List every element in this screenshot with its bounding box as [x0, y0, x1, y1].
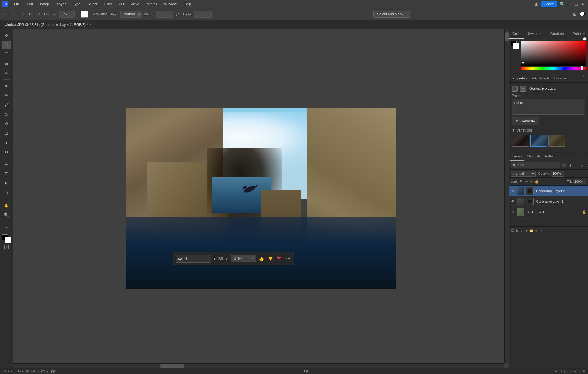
comments-icon[interactable]: 💬	[579, 11, 586, 17]
blend-mode-select[interactable]: Normal	[511, 171, 536, 177]
menu-3d[interactable]: 3D	[118, 1, 125, 7]
filter-pixel-icon[interactable]: ⬛	[562, 163, 567, 167]
tab-adjustments[interactable]: Adjustments	[529, 74, 552, 82]
layers-new-layer-icon[interactable]: +	[535, 229, 537, 233]
horizontal-scrollbar[interactable]	[13, 363, 504, 368]
layers-adjustment-icon[interactable]: ◑	[524, 229, 527, 233]
subtract-selection-icon[interactable]: ⊟	[19, 11, 25, 17]
tab-properties[interactable]: Properties	[510, 74, 529, 82]
generation-prompt-input[interactable]	[176, 255, 211, 263]
lasso-tool[interactable]: ⌒	[2, 50, 11, 59]
menu-view[interactable]: View	[130, 1, 140, 7]
background-color[interactable]	[5, 237, 11, 243]
menu-plugins[interactable]: Plugins	[144, 1, 158, 7]
menu-filter[interactable]: Filter	[103, 1, 114, 7]
status-bar-right-arrow[interactable]: ▶	[306, 369, 309, 373]
layer-visibility-2[interactable]: 👁	[511, 189, 515, 193]
gradient-tool[interactable]: ⬥	[2, 138, 11, 147]
menu-file[interactable]: File	[13, 1, 21, 7]
eyedropper-tool[interactable]: ✒	[2, 82, 11, 90]
clone-stamp-tool[interactable]: S	[2, 110, 11, 119]
shape-tool[interactable]: □	[2, 188, 11, 197]
feather-input[interactable]	[59, 11, 75, 18]
tab-paths[interactable]: Paths	[543, 152, 556, 161]
status-bar-left-arrow[interactable]: ◀	[303, 369, 305, 373]
window-minimize-icon[interactable]: ─	[567, 2, 572, 6]
share-button[interactable]: Share	[541, 1, 557, 7]
layers-mask-icon[interactable]: ○	[520, 229, 522, 233]
layers-panel-menu-icon[interactable]: ≡	[583, 152, 587, 161]
hand-tool[interactable]: ✋	[2, 201, 11, 210]
panel-collapse-icon-1[interactable]: ⊞	[582, 31, 587, 36]
tab-color[interactable]: Color	[509, 29, 524, 39]
status-icon-mask[interactable]: ○	[569, 369, 572, 373]
generation-generate-button[interactable]: ↺ Generate	[231, 255, 256, 262]
layers-kind-search[interactable]: 🔍	[511, 162, 560, 168]
layer-item-generative-1[interactable]: 👁 Generative Layer 1	[509, 196, 588, 207]
marquee-tool[interactable]: ⬚	[2, 41, 11, 49]
brush-tool[interactable]: 🖌	[2, 100, 11, 109]
properties-panel-menu-icon[interactable]: ≡	[583, 74, 587, 82]
menu-help[interactable]: Help	[183, 1, 192, 7]
v-scrollbar-thumb[interactable]	[505, 32, 509, 41]
lock-position-icon[interactable]: ✏	[525, 179, 528, 184]
lock-artboard-icon[interactable]: ➜	[530, 179, 533, 184]
generation-next-button[interactable]: ›	[225, 255, 229, 262]
menu-edit[interactable]: Edit	[26, 1, 34, 7]
filter-adjustment-icon[interactable]: ◑	[568, 163, 572, 167]
layer-visibility-1[interactable]: 👁	[511, 199, 515, 204]
variation-thumb-2[interactable]	[530, 135, 547, 147]
filter-smart-icon[interactable]: ⊙	[585, 163, 588, 167]
status-icon-fx[interactable]: fx	[559, 369, 562, 373]
filter-shape-icon[interactable]: △	[579, 163, 584, 167]
layers-fx-icon[interactable]: fx	[516, 229, 519, 233]
layer-item-generative-2[interactable]: 👁 Generative Layer 2	[509, 186, 588, 196]
pen-tool[interactable]: ✒	[2, 160, 11, 169]
height-input[interactable]	[194, 11, 212, 18]
menu-select[interactable]: Select	[86, 1, 98, 7]
layers-folder-icon[interactable]: 📁	[529, 229, 534, 233]
status-icon-1[interactable]: ↺	[554, 369, 557, 373]
layer-item-background[interactable]: 👁 Background 🔒	[509, 207, 588, 217]
crop-tool[interactable]: ✂	[2, 69, 11, 78]
new-selection-icon[interactable]: ⬚	[2, 11, 9, 17]
color-spectrum[interactable]	[521, 41, 586, 66]
path-selection-tool[interactable]: ↖	[2, 179, 11, 188]
menu-image[interactable]: Image	[39, 1, 51, 7]
status-icon-trash[interactable]: 🗑	[582, 369, 586, 373]
object-selection-tool[interactable]: ⊕	[2, 59, 11, 68]
zoom-tool[interactable]: 🔍	[2, 210, 11, 219]
generation-thumbup-button[interactable]: 👍	[258, 256, 265, 262]
tab-swatches[interactable]: Swatches	[524, 29, 547, 39]
tab-libraries[interactable]: Libraries	[552, 74, 569, 82]
generation-more-button[interactable]: ⋯	[285, 256, 291, 262]
canvas[interactable]: ‹ 2/3 › ↺ Generate 👍 👎 🚩 ⋯	[126, 108, 396, 289]
active-document-tab[interactable]: window.JPG @ 33.3% (Generative Layer 2, …	[1, 20, 95, 29]
tab-gradients[interactable]: Gradients	[547, 29, 569, 39]
fill-input[interactable]	[573, 179, 586, 184]
vertical-scrollbar[interactable]	[504, 29, 509, 363]
tab-close-button[interactable]: ×	[90, 23, 91, 26]
hue-slider[interactable]	[521, 67, 586, 70]
select-mask-button[interactable]: Select and Mask...	[373, 11, 410, 18]
generation-flag-button[interactable]: 🚩	[276, 256, 283, 262]
opacity-input[interactable]	[551, 171, 564, 177]
type-tool[interactable]: T	[2, 169, 11, 178]
variations-header[interactable]: ▼ Variations	[512, 128, 585, 132]
status-icon-plus[interactable]: +	[578, 369, 580, 373]
layers-kind-input[interactable]	[517, 163, 558, 167]
variation-thumb-3[interactable]	[548, 135, 565, 147]
transform-icon[interactable]: ⇌	[35, 11, 42, 17]
layer-visibility-bg[interactable]: 👁	[511, 210, 515, 215]
menu-window[interactable]: Window	[163, 1, 178, 7]
filter-type-icon[interactable]: T	[574, 163, 578, 167]
width-input[interactable]	[156, 11, 173, 18]
bg-color-swatch[interactable]	[513, 43, 519, 49]
lock-pixels-icon[interactable]: ⬚	[520, 179, 523, 184]
window-maximize-icon[interactable]: □	[574, 2, 579, 6]
status-icon-channels[interactable]: ≡	[574, 369, 576, 373]
canvas-area[interactable]: ‹ 2/3 › ↺ Generate 👍 👎 🚩 ⋯	[13, 29, 509, 368]
spot-heal-tool[interactable]: ✏	[2, 91, 11, 100]
intersect-selection-icon[interactable]: ⊠	[27, 11, 34, 17]
history-brush-tool[interactable]: ⊙	[2, 119, 11, 128]
